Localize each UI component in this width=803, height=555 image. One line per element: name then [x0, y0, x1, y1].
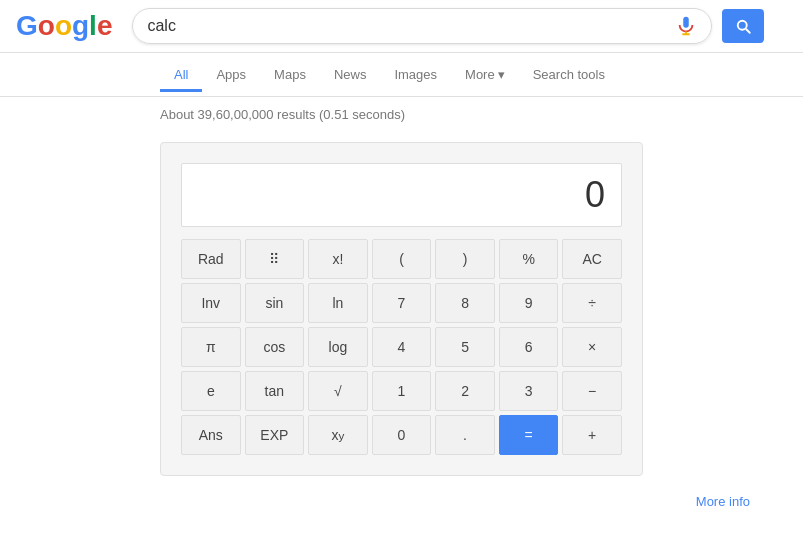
- btn-7[interactable]: 7: [372, 283, 432, 323]
- btn-minus[interactable]: −: [562, 371, 622, 411]
- btn-power[interactable]: xy: [308, 415, 368, 455]
- nav-item-more[interactable]: More ▾: [451, 57, 519, 92]
- search-bar: calc: [132, 8, 712, 44]
- btn-percent[interactable]: %: [499, 239, 559, 279]
- btn-rad[interactable]: Rad: [181, 239, 241, 279]
- btn-e[interactable]: e: [181, 371, 241, 411]
- svg-rect-0: [684, 17, 690, 28]
- btn-plus[interactable]: +: [562, 415, 622, 455]
- display-value: 0: [585, 174, 605, 215]
- search-input[interactable]: calc: [147, 17, 667, 35]
- btn-3[interactable]: 3: [499, 371, 559, 411]
- results-info: About 39,60,00,000 results (0.51 seconds…: [0, 97, 803, 132]
- more-info-section: More info: [0, 486, 780, 517]
- btn-cos[interactable]: cos: [245, 327, 305, 367]
- btn-ln[interactable]: ln: [308, 283, 368, 323]
- btn-1[interactable]: 1: [372, 371, 432, 411]
- results-count: About 39,60,00,000 results (0.51 seconds…: [160, 107, 405, 122]
- btn-exp[interactable]: EXP: [245, 415, 305, 455]
- google-logo[interactable]: Google: [16, 10, 112, 42]
- search-button[interactable]: [722, 9, 764, 43]
- nav-item-news[interactable]: News: [320, 57, 381, 92]
- calculator-display: 0: [181, 163, 622, 227]
- btn-ans[interactable]: Ans: [181, 415, 241, 455]
- calculator-grid: Rad ⠿ x! ( ) % AC Inv sin ln 7 8 9 ÷ π c…: [181, 239, 622, 455]
- btn-2[interactable]: 2: [435, 371, 495, 411]
- chevron-down-icon: ▾: [498, 67, 505, 82]
- btn-grid[interactable]: ⠿: [245, 239, 305, 279]
- btn-sin[interactable]: sin: [245, 283, 305, 323]
- btn-ac[interactable]: AC: [562, 239, 622, 279]
- calculator: 0 Rad ⠿ x! ( ) % AC Inv sin ln 7 8 9 ÷ π…: [160, 142, 643, 476]
- btn-5[interactable]: 5: [435, 327, 495, 367]
- btn-close-paren[interactable]: ): [435, 239, 495, 279]
- btn-factorial[interactable]: x!: [308, 239, 368, 279]
- btn-divide[interactable]: ÷: [562, 283, 622, 323]
- nav-item-all[interactable]: All: [160, 57, 202, 92]
- btn-tan[interactable]: tan: [245, 371, 305, 411]
- btn-multiply[interactable]: ×: [562, 327, 622, 367]
- nav-item-apps[interactable]: Apps: [202, 57, 260, 92]
- btn-6[interactable]: 6: [499, 327, 559, 367]
- btn-inv[interactable]: Inv: [181, 283, 241, 323]
- btn-dot[interactable]: .: [435, 415, 495, 455]
- nav-bar: All Apps Maps News Images More ▾ Search …: [0, 53, 803, 97]
- mic-icon[interactable]: [675, 15, 697, 37]
- btn-0[interactable]: 0: [372, 415, 432, 455]
- btn-8[interactable]: 8: [435, 283, 495, 323]
- btn-log[interactable]: log: [308, 327, 368, 367]
- btn-4[interactable]: 4: [372, 327, 432, 367]
- nav-item-images[interactable]: Images: [380, 57, 451, 92]
- nav-item-maps[interactable]: Maps: [260, 57, 320, 92]
- header: Google calc: [0, 0, 803, 53]
- btn-open-paren[interactable]: (: [372, 239, 432, 279]
- nav-item-search-tools[interactable]: Search tools: [519, 57, 619, 92]
- search-icons: [675, 15, 697, 37]
- more-info-link[interactable]: More info: [696, 494, 750, 509]
- btn-sqrt[interactable]: √: [308, 371, 368, 411]
- btn-pi[interactable]: π: [181, 327, 241, 367]
- btn-9[interactable]: 9: [499, 283, 559, 323]
- btn-equals[interactable]: =: [499, 415, 559, 455]
